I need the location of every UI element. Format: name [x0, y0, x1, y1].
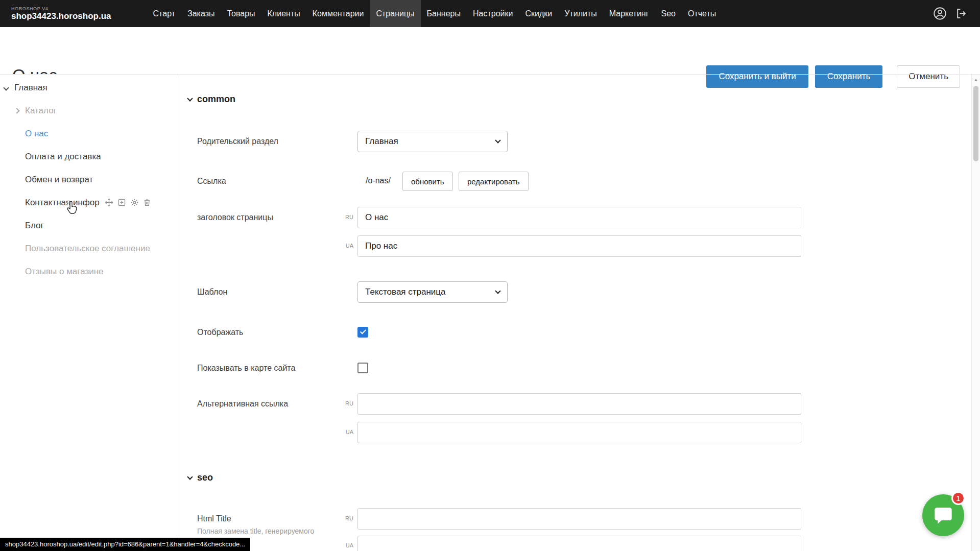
scroll-up-icon[interactable]: ▲	[972, 75, 980, 82]
section-seo[interactable]: seo	[188, 472, 213, 483]
header-buttons: Сохранить и выйти Сохранить Отменить	[706, 65, 960, 88]
nav-item[interactable]: Маркетинг	[603, 0, 655, 27]
tree-item[interactable]: Обмен и возврат	[0, 168, 179, 191]
display-label: Отображать	[197, 327, 243, 338]
nav-item[interactable]: Утилиты	[558, 0, 603, 27]
nav-item[interactable]: Скидки	[519, 0, 558, 27]
scrollbar-thumb[interactable]	[973, 86, 978, 161]
tree-item[interactable]: Блог	[0, 214, 179, 237]
status-url: shop34423.horoshop.ua/edit/edit.php?id=6…	[0, 538, 250, 551]
chat-bubble-icon	[933, 505, 953, 525]
tree-item-label: Главная	[14, 83, 47, 93]
html-title-ru-input[interactable]	[357, 508, 801, 530]
nav-item[interactable]: Страницы	[370, 0, 420, 27]
display-checkbox[interactable]	[357, 327, 368, 338]
nav-item[interactable]: Старт	[147, 0, 181, 27]
tree-item-actions	[105, 198, 151, 207]
nav-item[interactable]: Seo	[655, 0, 682, 27]
brand[interactable]: HOROSHOP V4 shop34423.horoshop.ua	[11, 6, 111, 21]
lang-ru-label: RU	[335, 214, 353, 220]
tree-item[interactable]: О нас	[0, 122, 179, 145]
tree-item[interactable]: Контактная инфор	[0, 191, 179, 214]
nav-item[interactable]: Настройки	[467, 0, 519, 27]
tree-item-label: Оплата и доставка	[25, 152, 101, 162]
html-title-label: Html Title	[197, 514, 231, 524]
topbar: HOROSHOP V4 shop34423.horoshop.ua СтартЗ…	[0, 0, 980, 27]
save-button[interactable]: Сохранить	[815, 65, 882, 88]
topbar-icons	[933, 7, 968, 20]
page-header: О нас Сохранить и выйти Сохранить Отмени…	[0, 27, 980, 74]
chevron-down-icon	[187, 474, 193, 480]
brand-domain: shop34423.horoshop.ua	[11, 11, 111, 21]
nav-item[interactable]: Заказы	[181, 0, 221, 27]
lang-ua-label: UA	[335, 429, 353, 435]
check-icon	[360, 328, 366, 334]
top-nav: СтартЗаказыТоварыКлиентыКомментарииСтран…	[147, 0, 723, 27]
section-common-label: common	[197, 94, 235, 105]
tree-item[interactable]: Каталог	[0, 99, 179, 122]
lang-ua-label: UA	[335, 243, 353, 249]
lang-ru-label: RU	[335, 515, 353, 521]
parent-section-value: Главная	[365, 136, 398, 147]
alt-link-ru-input[interactable]	[357, 393, 801, 415]
chevron-down-icon[interactable]	[3, 85, 9, 90]
chat-button[interactable]: 1	[922, 494, 964, 536]
edit-link-button[interactable]: редактировать	[459, 172, 529, 191]
tree-item-label: Блог	[25, 221, 44, 231]
tree-item[interactable]: Главная	[0, 76, 179, 99]
chevron-down-icon	[187, 95, 193, 101]
update-link-button[interactable]: обновить	[402, 172, 453, 191]
delete-icon[interactable]	[143, 198, 151, 207]
nav-item[interactable]: Товары	[221, 0, 261, 27]
page-title-ua-input[interactable]	[357, 235, 801, 257]
template-label: Шаблон	[197, 287, 227, 297]
cancel-button[interactable]: Отменить	[897, 65, 960, 88]
section-seo-label: seo	[197, 472, 213, 483]
link-label: Ссылка	[197, 176, 226, 186]
nav-item[interactable]: Клиенты	[261, 0, 306, 27]
template-select[interactable]: Текстовая страница	[357, 281, 508, 303]
chevron-down-icon	[495, 288, 500, 294]
sitemap-label: Показывать в карте сайта	[197, 363, 295, 373]
tree-item-label: О нас	[25, 129, 48, 139]
add-page-icon[interactable]	[117, 198, 126, 207]
settings-icon[interactable]	[130, 198, 139, 207]
alt-link-ua-input[interactable]	[357, 422, 801, 443]
account-icon[interactable]	[933, 7, 947, 20]
tree-item[interactable]: Отзывы о магазине	[0, 260, 179, 283]
scrollbar[interactable]: ▲	[971, 75, 980, 551]
save-and-exit-button[interactable]: Сохранить и выйти	[706, 65, 808, 88]
chat-badge: 1	[951, 491, 965, 505]
page-tree: ГлавнаяКаталогО насОплата и доставкаОбме…	[0, 76, 179, 283]
brand-version: HOROSHOP V4	[11, 6, 111, 11]
tree-item[interactable]: Оплата и доставка	[0, 145, 179, 168]
chevron-right-icon[interactable]	[14, 108, 19, 113]
move-icon[interactable]	[105, 198, 113, 207]
html-title-hint: Полная замена title, генерируемого	[197, 527, 314, 535]
chevron-down-icon	[495, 137, 500, 143]
page-title-ru-input[interactable]	[357, 207, 801, 228]
tree-item-label: Пользовательское соглашение	[25, 244, 150, 254]
alt-link-label: Альтернативная ссылка	[197, 399, 288, 409]
nav-item[interactable]: Баннеры	[421, 0, 467, 27]
sidebar: ГлавнаяКаталогО насОплата и доставкаОбме…	[0, 75, 179, 551]
lang-ru-label: RU	[335, 400, 353, 406]
html-title-ua-input[interactable]	[357, 536, 801, 551]
parent-section-select[interactable]: Главная	[357, 131, 508, 152]
page-title-label: заголовок страницы	[197, 212, 273, 223]
tree-item-label: Отзывы о магазине	[25, 267, 104, 277]
lang-ua-label: UA	[335, 542, 353, 548]
parent-section-label: Родительский раздел	[197, 136, 278, 147]
nav-item[interactable]: Комментарии	[306, 0, 370, 27]
section-common[interactable]: common	[188, 94, 235, 105]
link-path: /o-nas/	[366, 176, 391, 185]
sitemap-checkbox[interactable]	[357, 363, 368, 373]
tree-item-label: Контактная инфор	[25, 198, 100, 208]
logout-icon[interactable]	[955, 7, 968, 20]
tree-item-label: Каталог	[25, 106, 57, 116]
nav-item[interactable]: Отчеты	[682, 0, 722, 27]
tree-item[interactable]: Пользовательское соглашение	[0, 237, 179, 260]
template-value: Текстовая страница	[365, 287, 446, 297]
tree-item-label: Обмен и возврат	[25, 175, 93, 185]
